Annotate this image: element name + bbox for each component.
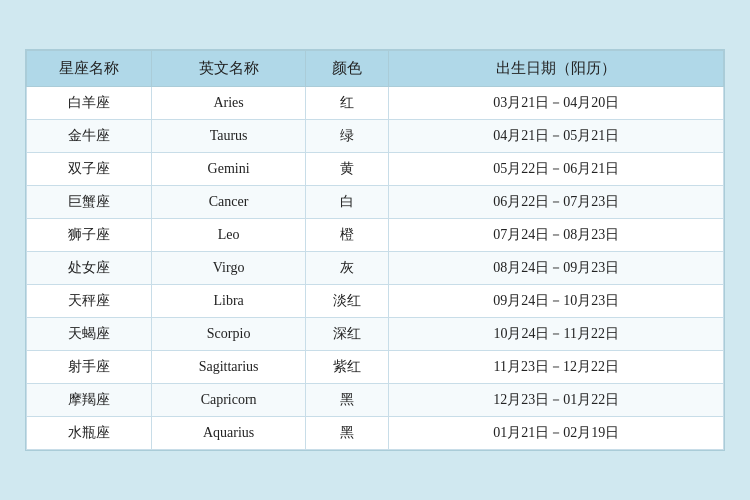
cell-english-name: Virgo	[152, 252, 305, 285]
cell-english-name: Leo	[152, 219, 305, 252]
table-row: 金牛座Taurus绿04月21日－05月21日	[27, 120, 724, 153]
cell-color: 深红	[305, 318, 389, 351]
table-row: 水瓶座Aquarius黑01月21日－02月19日	[27, 417, 724, 450]
cell-color: 灰	[305, 252, 389, 285]
cell-chinese-name: 天蝎座	[27, 318, 152, 351]
cell-date: 10月24日－11月22日	[389, 318, 724, 351]
cell-english-name: Aries	[152, 87, 305, 120]
cell-date: 04月21日－05月21日	[389, 120, 724, 153]
cell-english-name: Gemini	[152, 153, 305, 186]
cell-date: 07月24日－08月23日	[389, 219, 724, 252]
table-row: 射手座Sagittarius紫红11月23日－12月22日	[27, 351, 724, 384]
cell-chinese-name: 白羊座	[27, 87, 152, 120]
cell-color: 紫红	[305, 351, 389, 384]
cell-english-name: Cancer	[152, 186, 305, 219]
cell-english-name: Sagittarius	[152, 351, 305, 384]
header-date: 出生日期（阳历）	[389, 51, 724, 87]
table-row: 双子座Gemini黄05月22日－06月21日	[27, 153, 724, 186]
table-row: 狮子座Leo橙07月24日－08月23日	[27, 219, 724, 252]
zodiac-table-container: 星座名称 英文名称 颜色 出生日期（阳历） 白羊座Aries红03月21日－04…	[25, 49, 725, 451]
table-row: 白羊座Aries红03月21日－04月20日	[27, 87, 724, 120]
table-row: 巨蟹座Cancer白06月22日－07月23日	[27, 186, 724, 219]
table-row: 天蝎座Scorpio深红10月24日－11月22日	[27, 318, 724, 351]
cell-chinese-name: 巨蟹座	[27, 186, 152, 219]
cell-chinese-name: 双子座	[27, 153, 152, 186]
cell-color: 黑	[305, 384, 389, 417]
cell-chinese-name: 狮子座	[27, 219, 152, 252]
cell-english-name: Capricorn	[152, 384, 305, 417]
cell-color: 绿	[305, 120, 389, 153]
cell-english-name: Aquarius	[152, 417, 305, 450]
table-header-row: 星座名称 英文名称 颜色 出生日期（阳历）	[27, 51, 724, 87]
cell-chinese-name: 金牛座	[27, 120, 152, 153]
cell-date: 08月24日－09月23日	[389, 252, 724, 285]
cell-color: 黄	[305, 153, 389, 186]
cell-chinese-name: 处女座	[27, 252, 152, 285]
cell-chinese-name: 射手座	[27, 351, 152, 384]
cell-english-name: Scorpio	[152, 318, 305, 351]
cell-color: 黑	[305, 417, 389, 450]
zodiac-table: 星座名称 英文名称 颜色 出生日期（阳历） 白羊座Aries红03月21日－04…	[26, 50, 724, 450]
table-row: 天秤座Libra淡红09月24日－10月23日	[27, 285, 724, 318]
cell-english-name: Libra	[152, 285, 305, 318]
cell-color: 淡红	[305, 285, 389, 318]
cell-date: 06月22日－07月23日	[389, 186, 724, 219]
cell-chinese-name: 水瓶座	[27, 417, 152, 450]
cell-english-name: Taurus	[152, 120, 305, 153]
table-row: 处女座Virgo灰08月24日－09月23日	[27, 252, 724, 285]
header-english-name: 英文名称	[152, 51, 305, 87]
cell-date: 01月21日－02月19日	[389, 417, 724, 450]
table-row: 摩羯座Capricorn黑12月23日－01月22日	[27, 384, 724, 417]
cell-color: 橙	[305, 219, 389, 252]
cell-color: 红	[305, 87, 389, 120]
cell-chinese-name: 摩羯座	[27, 384, 152, 417]
cell-chinese-name: 天秤座	[27, 285, 152, 318]
cell-date: 11月23日－12月22日	[389, 351, 724, 384]
cell-date: 09月24日－10月23日	[389, 285, 724, 318]
cell-date: 03月21日－04月20日	[389, 87, 724, 120]
cell-color: 白	[305, 186, 389, 219]
cell-date: 05月22日－06月21日	[389, 153, 724, 186]
header-color: 颜色	[305, 51, 389, 87]
header-chinese-name: 星座名称	[27, 51, 152, 87]
cell-date: 12月23日－01月22日	[389, 384, 724, 417]
